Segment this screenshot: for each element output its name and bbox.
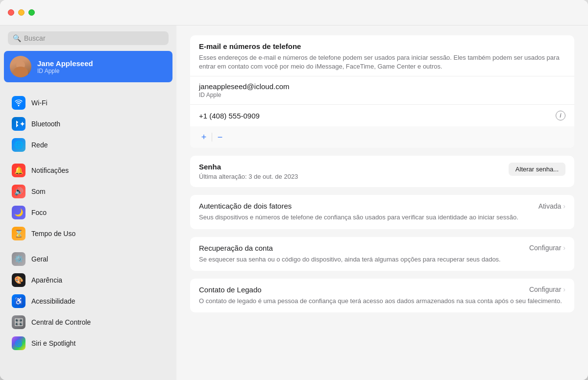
recovery-action-label: Configurar xyxy=(529,244,561,252)
titlebar xyxy=(0,0,588,25)
legacy-action-label: Configurar xyxy=(529,285,561,293)
info-icon[interactable]: i xyxy=(556,111,565,120)
recovery-row[interactable]: Recuperação da conta Configurar › Se esq… xyxy=(190,237,574,271)
sidebar: 🔍 Jane Appleseed ID Apple Wi-Fi xyxy=(0,0,176,380)
sidebar-item-label: Acessibilidade xyxy=(31,297,75,305)
phone-number: +1 (408) 555-0909 xyxy=(199,112,260,120)
two-factor-row[interactable]: Autenticação de dois fatores Ativada › S… xyxy=(190,195,574,229)
sidebar-item-label: Geral xyxy=(31,255,48,263)
sidebar-item-bluetooth[interactable]: ✦ Bluetooth xyxy=(4,114,172,134)
sidebar-item-label: Wi-Fi xyxy=(31,99,48,107)
senha-last-changed: Última alteração: 3 de out. de 2023 xyxy=(199,173,501,180)
notificacoes-icon: 🔔 xyxy=(12,164,25,177)
two-factor-desc: Seus dispositivos e números de telefone … xyxy=(199,213,565,222)
sidebar-item-notificacoes[interactable]: 🔔 Notificações xyxy=(4,160,172,181)
add-remove-row: + − xyxy=(190,126,574,148)
sidebar-item-label: Bluetooth xyxy=(31,120,60,128)
bluetooth-icon: ✦ xyxy=(12,117,25,131)
email-section-desc: Esses endereços de e-mail e números de t… xyxy=(199,53,565,71)
btn-divider xyxy=(212,133,212,142)
sidebar-item-label: Rede xyxy=(31,141,48,149)
senha-row: Senha Última alteração: 3 de out. de 202… xyxy=(190,156,574,187)
sidebar-item-tempo[interactable]: ⌛ Tempo de Uso xyxy=(4,223,172,244)
tempo-icon: ⌛ xyxy=(12,227,25,240)
sidebar-item-geral[interactable]: ⚙️ Geral xyxy=(4,249,172,269)
remove-button[interactable]: − xyxy=(213,131,227,143)
recovery-action: Configurar › xyxy=(529,244,565,252)
geral-icon: ⚙️ xyxy=(12,252,25,266)
two-factor-section-card: Autenticação de dois fatores Ativada › S… xyxy=(190,195,574,229)
chevron-right-icon: › xyxy=(563,244,565,252)
maximize-button[interactable] xyxy=(28,9,35,16)
user-info: Jane Appleseed ID Apple xyxy=(37,59,93,74)
legacy-section-card: Contato de Legado Configurar › O contato… xyxy=(190,279,574,312)
minimize-button[interactable] xyxy=(18,9,24,16)
sidebar-item-aparencia[interactable]: 🎨 Aparência xyxy=(4,270,172,290)
aparencia-icon: 🎨 xyxy=(12,273,25,287)
rede-icon: 🌐 xyxy=(12,138,25,152)
acessibilidade-icon: ♿ xyxy=(12,294,25,308)
two-factor-status-label: Ativada xyxy=(539,202,562,210)
senha-info: Senha Última alteração: 3 de out. de 202… xyxy=(199,163,501,180)
legacy-action: Configurar › xyxy=(529,285,565,293)
sidebar-item-label: Notificações xyxy=(31,166,69,174)
search-icon: 🔍 xyxy=(13,34,21,42)
legacy-title: Contato de Legado xyxy=(199,285,262,294)
senha-title: Senha xyxy=(199,163,501,171)
add-button[interactable]: + xyxy=(197,131,211,143)
sidebar-item-label: Siri e Spotlight xyxy=(31,339,75,347)
sidebar-item-label: Foco xyxy=(31,209,47,216)
chevron-right-icon: › xyxy=(563,202,565,210)
user-name: Jane Appleseed xyxy=(37,59,93,68)
search-input[interactable] xyxy=(24,34,164,42)
som-icon: 🔊 xyxy=(12,185,25,198)
sidebar-item-label: Som xyxy=(31,188,46,195)
foco-icon: 🌙 xyxy=(12,206,25,219)
user-subtitle: ID Apple xyxy=(37,68,93,74)
email-section-title: E-mail e números de telefone xyxy=(199,42,565,50)
settings-window: ‹ › Início de sessão e segurança 🔍 Jane … xyxy=(0,0,588,380)
avatar xyxy=(10,56,31,77)
email-section-header: E-mail e números de telefone Esses ender… xyxy=(190,35,574,76)
sidebar-item-central[interactable]: 🎛️ Central de Controle xyxy=(4,312,172,332)
legacy-header: Contato de Legado Configurar › xyxy=(199,285,565,294)
legacy-desc: O contato de legado é uma pessoa de conf… xyxy=(199,297,565,306)
wifi-icon xyxy=(12,96,25,110)
sidebar-item-label: Tempo de Uso xyxy=(31,230,75,238)
recovery-header: Recuperação da conta Configurar › xyxy=(199,244,565,252)
close-button[interactable] xyxy=(8,9,14,16)
chevron-right-icon: › xyxy=(563,285,565,293)
recovery-desc: Se esquecer sua senha ou o código do dis… xyxy=(199,255,565,264)
central-icon: 🎛️ xyxy=(12,315,25,329)
phone-row: +1 (408) 555-0909 i xyxy=(190,105,574,126)
senha-section-card: Senha Última alteração: 3 de out. de 202… xyxy=(190,156,574,187)
recovery-title: Recuperação da conta xyxy=(199,244,273,252)
two-factor-status: Ativada › xyxy=(539,202,565,210)
sidebar-item-label: Aparência xyxy=(31,276,62,284)
sidebar-item-acessibilidade[interactable]: ♿ Acessibilidade xyxy=(4,291,172,311)
email-section-card: E-mail e números de telefone Esses ender… xyxy=(190,35,574,148)
main-content: E-mail e números de telefone Esses ender… xyxy=(176,0,588,380)
sidebar-item-label: Central de Controle xyxy=(31,318,91,326)
email-address: janeappleseed@icloud.com xyxy=(199,82,565,91)
sidebar-item-siri[interactable]: 🌀 Siri e Spotlight xyxy=(4,333,172,354)
sidebar-item-rede[interactable]: 🌐 Rede xyxy=(4,135,172,155)
two-factor-header: Autenticação de dois fatores Ativada › xyxy=(199,202,565,210)
sidebar-item-foco[interactable]: 🌙 Foco xyxy=(4,202,172,223)
sidebar-item-wifi[interactable]: Wi-Fi xyxy=(4,93,172,113)
two-factor-title: Autenticação de dois fatores xyxy=(199,202,292,210)
recovery-section-card: Recuperação da conta Configurar › Se esq… xyxy=(190,237,574,271)
user-profile-item[interactable]: Jane Appleseed ID Apple xyxy=(4,51,172,82)
email-subtitle: ID Apple xyxy=(199,92,565,98)
sidebar-item-som[interactable]: 🔊 Som xyxy=(4,181,172,202)
search-bar[interactable]: 🔍 xyxy=(8,31,169,45)
email-row[interactable]: janeappleseed@icloud.com ID Apple xyxy=(190,76,574,105)
legacy-row[interactable]: Contato de Legado Configurar › O contato… xyxy=(190,279,574,312)
content-area: E-mail e números de telefone Esses ender… xyxy=(176,25,588,330)
alterar-senha-button[interactable]: Alterar senha... xyxy=(509,163,565,176)
traffic-lights xyxy=(8,9,35,16)
siri-icon: 🌀 xyxy=(12,336,25,350)
